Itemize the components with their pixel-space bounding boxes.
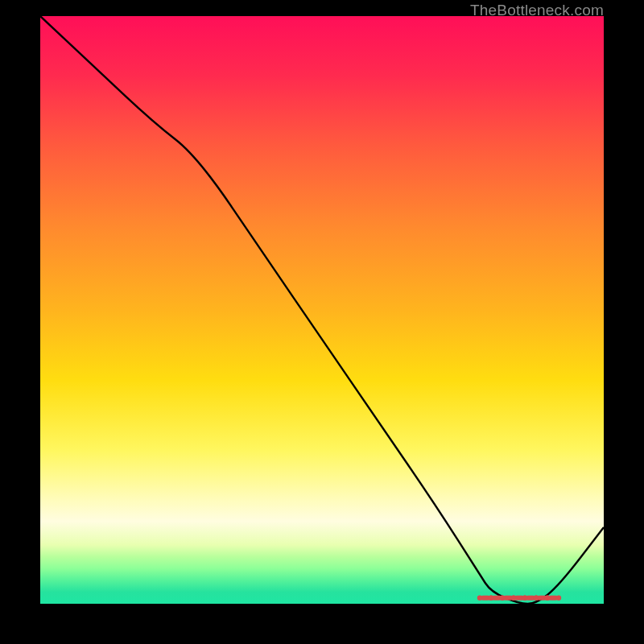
curve-path: [40, 16, 604, 604]
marker-cap: [511, 596, 516, 601]
marker-cap: [477, 596, 482, 601]
marker-cap: [545, 596, 550, 601]
marker-cap: [500, 596, 505, 601]
plot-area: [40, 16, 604, 604]
marker-cap: [556, 596, 561, 601]
chart-frame: TheBottleneck.com: [0, 0, 644, 644]
chart-svg: [40, 16, 604, 604]
line-series: [40, 16, 604, 604]
marker-cluster: [477, 596, 561, 601]
marker-cap: [489, 596, 493, 601]
marker-cap: [522, 596, 527, 601]
marker-cap: [534, 596, 539, 601]
